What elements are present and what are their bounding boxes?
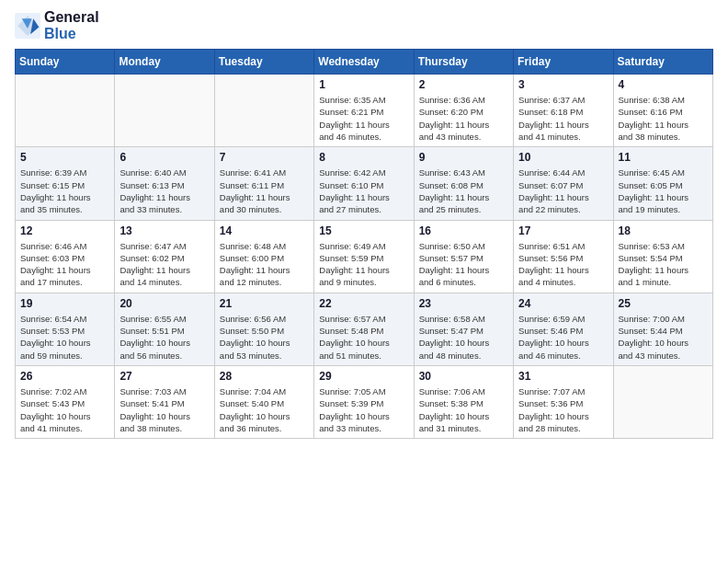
calendar-cell: 6Sunrise: 6:40 AM Sunset: 6:13 PM Daylig…	[115, 147, 214, 220]
calendar-cell: 26Sunrise: 7:02 AM Sunset: 5:43 PM Dayli…	[16, 365, 115, 438]
day-number: 17	[518, 224, 608, 237]
calendar-cell: 1Sunrise: 6:35 AM Sunset: 6:21 PM Daylig…	[314, 75, 414, 147]
day-number: 4	[619, 78, 708, 91]
calendar-cell: 8Sunrise: 6:42 AM Sunset: 6:10 PM Daylig…	[314, 147, 414, 220]
day-number: 22	[319, 297, 408, 310]
day-number: 13	[119, 224, 209, 237]
calendar-cell: 2Sunrise: 6:36 AM Sunset: 6:20 PM Daylig…	[414, 75, 513, 147]
calendar-cell: 29Sunrise: 7:05 AM Sunset: 5:39 PM Dayli…	[314, 365, 414, 438]
day-number: 21	[220, 297, 309, 310]
header: General Blue	[15, 9, 713, 41]
logo: General Blue	[15, 9, 99, 41]
day-info: Sunrise: 6:39 AM Sunset: 6:15 PM Dayligh…	[20, 167, 109, 215]
day-number: 7	[220, 151, 309, 164]
calendar-cell: 12Sunrise: 6:46 AM Sunset: 6:03 PM Dayli…	[16, 220, 115, 293]
calendar-cell: 4Sunrise: 6:38 AM Sunset: 6:16 PM Daylig…	[613, 75, 712, 147]
day-number: 1	[319, 78, 408, 91]
calendar-cell: 18Sunrise: 6:53 AM Sunset: 5:54 PM Dayli…	[613, 220, 712, 293]
day-number: 12	[20, 224, 109, 237]
day-number: 31	[518, 370, 608, 383]
day-number: 11	[619, 151, 708, 164]
day-info: Sunrise: 6:45 AM Sunset: 6:05 PM Dayligh…	[619, 167, 708, 215]
logo-icon	[15, 13, 40, 39]
weekday-saturday: Saturday	[613, 50, 712, 75]
day-info: Sunrise: 6:54 AM Sunset: 5:53 PM Dayligh…	[20, 313, 109, 362]
day-number: 6	[119, 151, 209, 164]
day-info: Sunrise: 6:48 AM Sunset: 6:00 PM Dayligh…	[220, 240, 309, 289]
week-row-0: 1Sunrise: 6:35 AM Sunset: 6:21 PM Daylig…	[16, 75, 713, 147]
calendar-cell: 22Sunrise: 6:57 AM Sunset: 5:48 PM Dayli…	[314, 293, 414, 365]
week-row-3: 19Sunrise: 6:54 AM Sunset: 5:53 PM Dayli…	[16, 293, 713, 365]
day-number: 29	[319, 370, 408, 383]
calendar-cell: 16Sunrise: 6:50 AM Sunset: 5:57 PM Dayli…	[414, 220, 513, 293]
weekday-tuesday: Tuesday	[214, 50, 313, 75]
calendar-cell: 27Sunrise: 7:03 AM Sunset: 5:41 PM Dayli…	[115, 365, 214, 438]
day-info: Sunrise: 7:06 AM Sunset: 5:38 PM Dayligh…	[419, 385, 508, 434]
day-number: 25	[619, 297, 708, 310]
day-info: Sunrise: 6:43 AM Sunset: 6:08 PM Dayligh…	[419, 167, 508, 215]
day-number: 2	[419, 78, 508, 91]
day-number: 23	[419, 297, 508, 310]
weekday-friday: Friday	[514, 50, 613, 75]
calendar-cell: 9Sunrise: 6:43 AM Sunset: 6:08 PM Daylig…	[414, 147, 513, 220]
day-number: 20	[119, 297, 209, 310]
day-number: 26	[20, 370, 109, 383]
day-number: 18	[619, 224, 708, 237]
day-info: Sunrise: 6:36 AM Sunset: 6:20 PM Dayligh…	[419, 94, 508, 143]
calendar-cell	[214, 75, 313, 147]
day-info: Sunrise: 6:42 AM Sunset: 6:10 PM Dayligh…	[319, 167, 408, 215]
calendar-cell: 25Sunrise: 7:00 AM Sunset: 5:44 PM Dayli…	[613, 293, 712, 365]
weekday-monday: Monday	[115, 50, 214, 75]
calendar-cell: 10Sunrise: 6:44 AM Sunset: 6:07 PM Dayli…	[514, 147, 613, 220]
day-info: Sunrise: 6:56 AM Sunset: 5:50 PM Dayligh…	[220, 313, 309, 362]
day-number: 27	[119, 370, 209, 383]
day-info: Sunrise: 6:38 AM Sunset: 6:16 PM Dayligh…	[619, 94, 708, 143]
day-info: Sunrise: 6:49 AM Sunset: 5:59 PM Dayligh…	[319, 240, 408, 289]
day-info: Sunrise: 6:44 AM Sunset: 6:07 PM Dayligh…	[518, 167, 608, 215]
day-number: 14	[220, 224, 309, 237]
calendar-table: SundayMondayTuesdayWednesdayThursdayFrid…	[15, 49, 713, 439]
calendar-cell: 13Sunrise: 6:47 AM Sunset: 6:02 PM Dayli…	[115, 220, 214, 293]
calendar-cell	[613, 365, 712, 438]
day-info: Sunrise: 7:03 AM Sunset: 5:41 PM Dayligh…	[119, 385, 209, 434]
weekday-thursday: Thursday	[414, 50, 513, 75]
calendar-cell: 3Sunrise: 6:37 AM Sunset: 6:18 PM Daylig…	[514, 75, 613, 147]
day-info: Sunrise: 6:46 AM Sunset: 6:03 PM Dayligh…	[20, 240, 109, 289]
day-info: Sunrise: 6:35 AM Sunset: 6:21 PM Dayligh…	[319, 94, 408, 143]
day-info: Sunrise: 7:00 AM Sunset: 5:44 PM Dayligh…	[619, 313, 708, 362]
day-info: Sunrise: 6:40 AM Sunset: 6:13 PM Dayligh…	[119, 167, 209, 215]
day-info: Sunrise: 6:53 AM Sunset: 5:54 PM Dayligh…	[619, 240, 708, 289]
week-row-2: 12Sunrise: 6:46 AM Sunset: 6:03 PM Dayli…	[16, 220, 713, 293]
calendar-cell: 31Sunrise: 7:07 AM Sunset: 5:36 PM Dayli…	[514, 365, 613, 438]
calendar-cell: 23Sunrise: 6:58 AM Sunset: 5:47 PM Dayli…	[414, 293, 513, 365]
day-info: Sunrise: 6:59 AM Sunset: 5:46 PM Dayligh…	[518, 313, 608, 362]
calendar-cell	[16, 75, 115, 147]
calendar-cell: 19Sunrise: 6:54 AM Sunset: 5:53 PM Dayli…	[16, 293, 115, 365]
logo-text: General Blue	[44, 9, 99, 41]
calendar-cell: 11Sunrise: 6:45 AM Sunset: 6:05 PM Dayli…	[613, 147, 712, 220]
calendar-cell: 15Sunrise: 6:49 AM Sunset: 5:59 PM Dayli…	[314, 220, 414, 293]
day-info: Sunrise: 7:07 AM Sunset: 5:36 PM Dayligh…	[518, 385, 608, 434]
calendar-cell: 14Sunrise: 6:48 AM Sunset: 6:00 PM Dayli…	[214, 220, 313, 293]
day-info: Sunrise: 7:02 AM Sunset: 5:43 PM Dayligh…	[20, 385, 109, 434]
day-number: 9	[419, 151, 508, 164]
calendar-cell: 28Sunrise: 7:04 AM Sunset: 5:40 PM Dayli…	[214, 365, 313, 438]
calendar-cell: 24Sunrise: 6:59 AM Sunset: 5:46 PM Dayli…	[514, 293, 613, 365]
day-info: Sunrise: 7:04 AM Sunset: 5:40 PM Dayligh…	[220, 385, 309, 434]
day-info: Sunrise: 6:41 AM Sunset: 6:11 PM Dayligh…	[220, 167, 309, 215]
calendar-cell: 7Sunrise: 6:41 AM Sunset: 6:11 PM Daylig…	[214, 147, 313, 220]
calendar-cell: 17Sunrise: 6:51 AM Sunset: 5:56 PM Dayli…	[514, 220, 613, 293]
day-number: 10	[518, 151, 608, 164]
calendar-cell	[115, 75, 214, 147]
day-info: Sunrise: 6:47 AM Sunset: 6:02 PM Dayligh…	[119, 240, 209, 289]
week-row-4: 26Sunrise: 7:02 AM Sunset: 5:43 PM Dayli…	[16, 365, 713, 438]
day-info: Sunrise: 6:50 AM Sunset: 5:57 PM Dayligh…	[419, 240, 508, 289]
weekday-header-row: SundayMondayTuesdayWednesdayThursdayFrid…	[16, 50, 713, 75]
calendar-cell: 30Sunrise: 7:06 AM Sunset: 5:38 PM Dayli…	[414, 365, 513, 438]
day-number: 24	[518, 297, 608, 310]
day-info: Sunrise: 6:58 AM Sunset: 5:47 PM Dayligh…	[419, 313, 508, 362]
day-number: 15	[319, 224, 408, 237]
calendar-cell: 21Sunrise: 6:56 AM Sunset: 5:50 PM Dayli…	[214, 293, 313, 365]
day-number: 5	[20, 151, 109, 164]
day-info: Sunrise: 6:57 AM Sunset: 5:48 PM Dayligh…	[319, 313, 408, 362]
